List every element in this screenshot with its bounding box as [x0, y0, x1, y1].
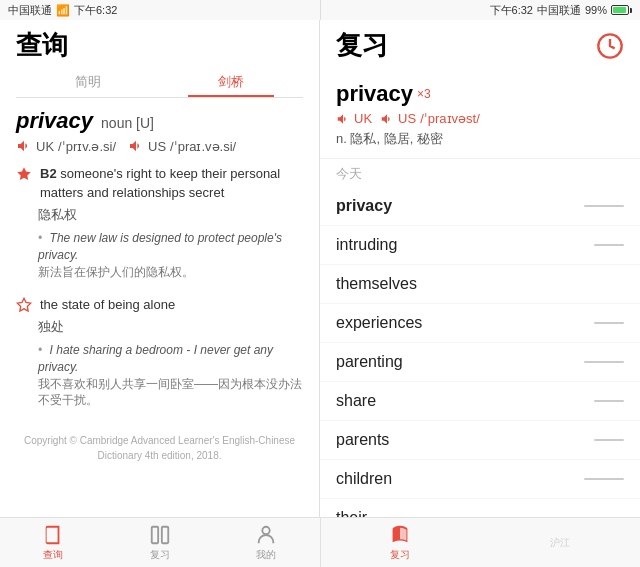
- star-icon-1: [16, 166, 32, 182]
- word-list-item-share[interactable]: share: [320, 382, 640, 421]
- left-scroll[interactable]: privacy noun [U] UK /ˈprɪv.ə.si/: [0, 98, 319, 517]
- example-block-1: • The new law is designed to protect peo…: [38, 230, 303, 280]
- word-title-row: privacy noun [U]: [16, 108, 303, 134]
- def-header-1: B2 someone's right to keep their persona…: [16, 164, 303, 202]
- us-label: US: [148, 139, 166, 154]
- review-pron-row: UK US /ˈpraɪvəst/: [336, 111, 624, 126]
- bottom-tab-watermark: 沪江: [480, 518, 640, 567]
- word-dash-experiences: [594, 322, 624, 324]
- example-en-1: • The new law is designed to protect peo…: [38, 230, 303, 264]
- uk-label: UK: [36, 139, 54, 154]
- review-us-pron[interactable]: US /ˈpraɪvəst/: [380, 111, 480, 126]
- word-dash-intruding: [594, 244, 624, 246]
- book-icon: [42, 524, 64, 546]
- right-time: 下午6:32: [490, 3, 533, 18]
- word-dash-privacy: [584, 205, 624, 207]
- right-panel: 复习 privacy ×3 UK: [320, 20, 640, 517]
- def-content-1: B2 someone's right to keep their persona…: [40, 164, 303, 202]
- bottom-tab-review-left[interactable]: 复习: [107, 518, 214, 567]
- review-clock-icon[interactable]: [596, 32, 624, 60]
- svg-rect-2: [162, 526, 168, 543]
- bottom-tab-search[interactable]: 查询: [0, 518, 107, 567]
- review-uk-pron[interactable]: UK: [336, 111, 372, 126]
- left-tab-bar: 简明 剑桥: [16, 67, 303, 98]
- word-list-item-parenting[interactable]: parenting: [320, 343, 640, 382]
- left-panel: 查询 简明 剑桥 privacy noun [U]: [0, 20, 320, 517]
- word-list-item-themselves[interactable]: themselves: [320, 265, 640, 304]
- bottom-half-right: 复习 沪江: [321, 518, 641, 567]
- def-text-1: someone's right to keep their personal m…: [40, 166, 280, 200]
- example-zh-1: 新法旨在保护人们的隐私权。: [38, 264, 303, 281]
- book-open-icon: [389, 524, 411, 546]
- columns-icon: [149, 524, 171, 546]
- word-list-item-their[interactable]: their: [320, 499, 640, 517]
- word-list-word-parenting: parenting: [336, 353, 403, 371]
- bottom-tab-label-search: 查询: [43, 548, 63, 562]
- word-list-word-share: share: [336, 392, 376, 410]
- word-list-word-privacy: privacy: [336, 197, 392, 215]
- review-count: ×3: [417, 87, 431, 101]
- battery-percent: 99%: [585, 4, 607, 16]
- word-dash-children: [584, 478, 624, 480]
- speaker-icon-review-us: [380, 112, 394, 126]
- word-list-word-their: their: [336, 509, 367, 517]
- status-bar: 中国联通 📶 下午6:32 下午6:32 中国联通 99%: [0, 0, 640, 20]
- word-dash-share: [594, 400, 624, 402]
- bottom-tab-review-right[interactable]: 复习: [321, 518, 481, 567]
- bottom-half-left: 查询 复习 我的: [0, 518, 320, 567]
- word-list-item-parents[interactable]: parents: [320, 421, 640, 460]
- word-list-item-children[interactable]: children: [320, 460, 640, 499]
- watermark-label: 沪江: [550, 536, 570, 550]
- main-content: 查询 简明 剑桥 privacy noun [U]: [0, 20, 640, 517]
- speaker-icon-review-uk: [336, 112, 350, 126]
- review-word-main: privacy: [336, 81, 413, 107]
- word-list-word-experiences: experiences: [336, 314, 422, 332]
- copyright: Copyright © Cambridge Advanced Learner's…: [16, 423, 303, 479]
- example-block-2: • I hate sharing a bedroom - I never get…: [38, 342, 303, 409]
- speaker-icon-us: [128, 138, 144, 154]
- def-level-1: B2: [40, 166, 60, 181]
- user-icon: [255, 524, 277, 546]
- tab-jianming[interactable]: 简明: [16, 67, 160, 97]
- example-zh-2: 我不喜欢和别人共享一间卧室——因为根本没办法不受干扰。: [38, 376, 303, 410]
- review-def-line: n. 隐私, 隐居, 秘密: [336, 130, 624, 148]
- word-dash-parents: [594, 439, 624, 441]
- speaker-icon-uk: [16, 138, 32, 154]
- bottom-tab-mine[interactable]: 我的: [213, 518, 320, 567]
- left-carrier: 中国联通: [8, 3, 52, 18]
- pronunciation-row: UK /ˈprɪv.ə.si/ US /ˈpraɪ.və.si/: [16, 138, 303, 154]
- word-list-word-intruding: intruding: [336, 236, 397, 254]
- review-def-zh: 隐私, 隐居, 秘密: [350, 131, 442, 146]
- definition-block-1: B2 someone's right to keep their persona…: [16, 164, 303, 281]
- word-list-item-experiences[interactable]: experiences: [320, 304, 640, 343]
- word-main: privacy: [16, 108, 93, 134]
- left-title: 查询: [16, 28, 303, 63]
- example-en-2: • I hate sharing a bedroom - I never get…: [38, 342, 303, 376]
- svg-rect-1: [152, 526, 158, 543]
- def-header-2: the state of being alone: [16, 295, 303, 314]
- us-pron[interactable]: US /ˈpraɪ.və.si/: [128, 138, 236, 154]
- uk-pron[interactable]: UK /ˈprɪv.ə.si/: [16, 138, 116, 154]
- word-list-word-themselves: themselves: [336, 275, 417, 293]
- review-word-title-row: privacy ×3: [336, 81, 624, 107]
- us-pron-text: /ˈpraɪ.və.si/: [170, 139, 236, 154]
- def-chinese-1: 隐私权: [38, 206, 303, 224]
- right-title: 复习: [336, 28, 388, 63]
- right-scroll[interactable]: privacy ×3 UK US /ˈpr: [320, 63, 640, 517]
- right-header: 复习: [320, 20, 640, 63]
- uk-pron-text: /ˈprɪv.ə.si/: [58, 139, 116, 154]
- def-chinese-2: 独处: [38, 318, 303, 336]
- def-content-2: the state of being alone: [40, 295, 175, 314]
- right-carrier: 中国联通: [537, 3, 581, 18]
- word-dash-parenting: [584, 361, 624, 363]
- section-today: 今天: [320, 159, 640, 187]
- word-list-item-privacy[interactable]: privacy: [320, 187, 640, 226]
- left-time: 下午6:32: [74, 3, 117, 18]
- word-list-word-children: children: [336, 470, 392, 488]
- tab-cambridge[interactable]: 剑桥: [160, 67, 304, 97]
- status-bar-right: 下午6:32 中国联通 99%: [321, 0, 641, 20]
- star-icon-2: [16, 297, 32, 313]
- wifi-icon: 📶: [56, 4, 70, 17]
- word-list-item-intruding[interactable]: intruding: [320, 226, 640, 265]
- word-pos: noun [U]: [101, 115, 154, 131]
